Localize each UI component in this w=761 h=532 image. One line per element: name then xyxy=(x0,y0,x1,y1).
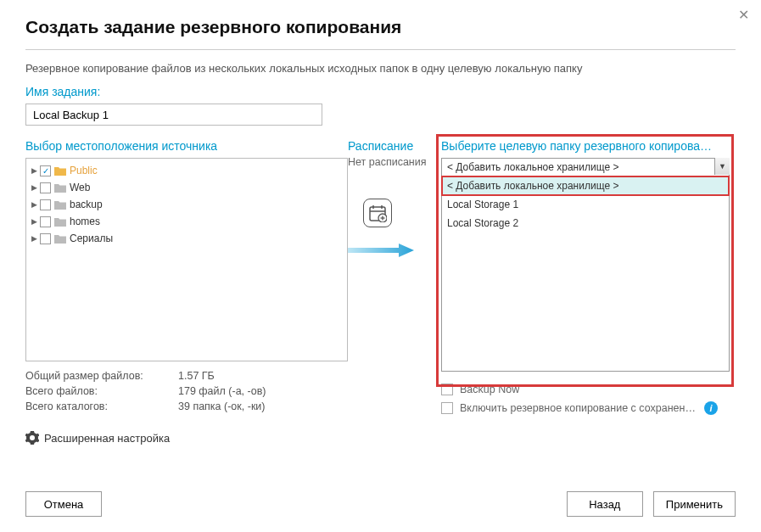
combobox-option-storage1[interactable]: Local Storage 1 xyxy=(442,195,729,214)
expand-icon[interactable]: ▶ xyxy=(31,183,40,192)
versioning-label: Включить резервное копирование с сохране… xyxy=(460,402,697,414)
checkbox[interactable] xyxy=(40,233,51,244)
stat-total-size-label: Общий размер файлов: xyxy=(25,370,178,385)
destination-label: Выберите целевую папку резервного копиро… xyxy=(441,139,730,153)
expand-icon[interactable]: ▶ xyxy=(31,200,40,209)
backup-now-row[interactable]: Backup Now xyxy=(441,380,736,399)
dialog-title: Создать задание резервного копирования xyxy=(25,17,736,37)
folder-icon xyxy=(54,166,66,176)
divider xyxy=(25,49,736,50)
combobox-selected-text: < Добавить локальное хранилище > xyxy=(447,161,618,173)
back-button[interactable]: Назад xyxy=(567,491,643,517)
tree-item-label: homes xyxy=(70,216,100,227)
tree-item-public[interactable]: ▶ Public xyxy=(28,162,345,179)
apply-button[interactable]: Применить xyxy=(653,491,736,517)
combobox-option-storage2[interactable]: Local Storage 2 xyxy=(442,214,729,232)
task-name-input[interactable] xyxy=(25,104,322,126)
combobox-dropdown[interactable]: < Добавить локальное хранилище > Local S… xyxy=(441,176,730,372)
stat-folders-value: 39 папка (-ок, -ки) xyxy=(178,400,266,416)
calendar-add-icon[interactable] xyxy=(363,199,392,227)
tree-item-label: backup xyxy=(70,199,103,210)
tree-item-label: Web xyxy=(70,182,90,193)
tree-item-serials[interactable]: ▶ Сериалы xyxy=(28,230,345,247)
source-tree[interactable]: ▶ Public ▶ Web ▶ backup xyxy=(25,158,348,361)
source-location-label: Выбор местоположения источника xyxy=(25,139,348,153)
expand-icon[interactable]: ▶ xyxy=(31,166,40,175)
task-name-label: Имя задания: xyxy=(25,85,736,98)
tree-item-web[interactable]: ▶ Web xyxy=(28,179,345,196)
info-icon[interactable]: i xyxy=(704,401,718,415)
checkbox[interactable] xyxy=(40,165,51,176)
tree-item-homes[interactable]: ▶ homes xyxy=(28,213,345,230)
expand-icon[interactable]: ▶ xyxy=(31,217,40,226)
checkbox[interactable] xyxy=(441,384,453,395)
stat-files-value: 179 файл (-а, -ов) xyxy=(178,385,266,400)
folder-icon xyxy=(54,200,66,210)
schedule-label: Расписание xyxy=(348,139,441,153)
combobox-selected[interactable]: < Добавить локальное хранилище > ▼ xyxy=(441,158,730,176)
checkbox[interactable] xyxy=(40,182,51,193)
tree-item-label: Сериалы xyxy=(70,232,113,244)
backup-now-label: Backup Now xyxy=(460,384,519,395)
stat-folders-label: Всего каталогов: xyxy=(25,400,178,416)
versioning-row[interactable]: Включить резервное копирование с сохране… xyxy=(441,399,736,417)
dialog-description: Резервное копирование файлов из нескольк… xyxy=(25,62,736,75)
source-stats: Общий размер файлов:1.57 ГБ Всего файлов… xyxy=(25,370,348,416)
combobox-option-add-storage[interactable]: < Добавить локальное хранилище > xyxy=(442,176,729,195)
destination-combobox[interactable]: < Добавить локальное хранилище > ▼ < Доб… xyxy=(441,158,730,372)
cancel-button[interactable]: Отмена xyxy=(25,491,102,517)
folder-icon xyxy=(54,183,66,193)
advanced-settings-link[interactable]: Расширенная настройка xyxy=(25,431,348,445)
folder-icon xyxy=(54,234,66,244)
expand-icon[interactable]: ▶ xyxy=(31,234,40,243)
tree-item-label: Public xyxy=(70,165,98,176)
no-schedule-text: Нет расписания xyxy=(348,156,441,168)
stat-files-label: Всего файлов: xyxy=(25,385,178,400)
arrow-right-icon xyxy=(348,243,416,258)
gear-icon xyxy=(25,431,39,445)
stat-total-size-value: 1.57 ГБ xyxy=(178,370,215,385)
checkbox[interactable] xyxy=(40,199,51,210)
folder-icon xyxy=(54,217,66,227)
close-icon[interactable]: ✕ xyxy=(738,7,749,23)
advanced-settings-label: Расширенная настройка xyxy=(44,432,170,445)
checkbox[interactable] xyxy=(441,402,453,414)
checkbox[interactable] xyxy=(40,216,51,227)
chevron-down-icon[interactable]: ▼ xyxy=(714,158,730,175)
tree-item-backup[interactable]: ▶ backup xyxy=(28,196,345,213)
